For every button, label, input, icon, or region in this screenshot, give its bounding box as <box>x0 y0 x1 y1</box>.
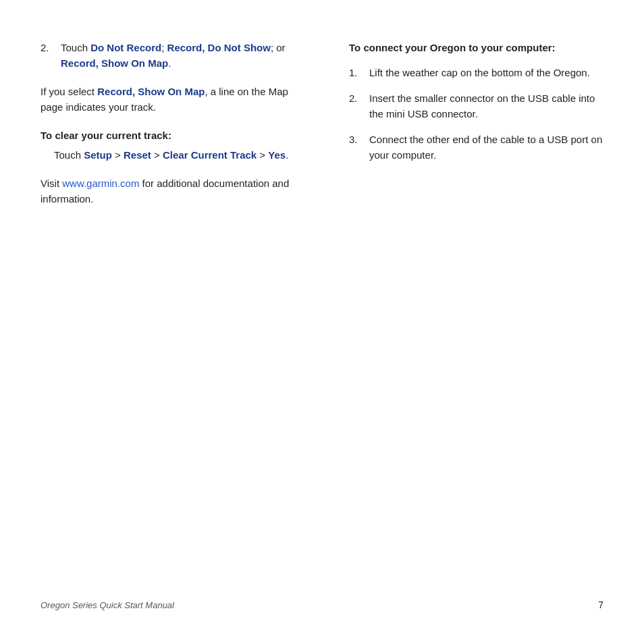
right-list-text-1: Lift the weather cap on the bottom of th… <box>369 65 590 81</box>
paragraph-2: Visit www.garmin.com for additional docu… <box>41 176 295 207</box>
para2-pre: Visit <box>41 178 62 189</box>
right-list-number-1: 1. <box>349 65 363 81</box>
link-record-show-on-map: Record, Show On Map <box>61 57 168 69</box>
para1-link: Record, Show On Map <box>97 86 205 97</box>
section-heading-clear-track: To clear your current track: <box>41 128 295 144</box>
indented-link-yes: Yes <box>268 149 286 161</box>
garmin-link[interactable]: www.garmin.com <box>62 178 139 189</box>
right-list-item-3: 3. Connect the other end of the cable to… <box>349 132 603 163</box>
right-heading: To connect your Oregon to your computer: <box>349 41 603 56</box>
right-list-item-1: 1. Lift the weather cap on the bottom of… <box>349 65 603 81</box>
sep1: ; <box>161 42 167 53</box>
sep2: ; or <box>271 42 286 53</box>
indented-post: . <box>286 149 288 161</box>
indented-sep3: > <box>257 149 268 161</box>
list-text-2: Touch Do Not Record; Record, Do Not Show… <box>61 41 295 71</box>
footer-manual-title: Oregon Series Quick Start Manual <box>41 600 174 610</box>
right-list-number-3: 3. <box>349 132 363 163</box>
list-number-2: 2. <box>41 41 54 71</box>
paragraph-1: If you select Record, Show On Map, a lin… <box>41 84 295 115</box>
link-record-do-not-show: Record, Do Not Show <box>167 42 271 53</box>
indented-pre: Touch <box>54 149 84 161</box>
indented-link-reset: Reset <box>124 149 151 161</box>
page: 2. Touch Do Not Record; Record, Do Not S… <box>0 0 644 644</box>
list-item-2: 2. Touch Do Not Record; Record, Do Not S… <box>41 41 295 71</box>
indented-link-clear-current-track: Clear Current Track <box>163 149 257 161</box>
left-column: 2. Touch Do Not Record; Record, Do Not S… <box>41 41 308 586</box>
right-list-number-2: 2. <box>349 91 363 122</box>
link-do-not-record: Do Not Record <box>90 42 161 53</box>
right-list-text-3: Connect the other end of the cable to a … <box>369 132 603 163</box>
content-area: 2. Touch Do Not Record; Record, Do Not S… <box>41 41 603 586</box>
indented-instruction: Touch Setup > Reset > Clear Current Trac… <box>54 148 295 163</box>
text-post: . <box>168 57 171 69</box>
right-list-text-2: Insert the smaller connector on the USB … <box>369 91 603 122</box>
footer-page-number: 7 <box>598 599 603 610</box>
right-column: To connect your Oregon to your computer:… <box>336 41 603 586</box>
indented-sep1: > <box>112 149 124 161</box>
indented-sep2: > <box>151 149 163 161</box>
para1-pre: If you select <box>41 86 97 97</box>
footer: Oregon Series Quick Start Manual 7 <box>41 586 603 610</box>
right-list-item-2: 2. Insert the smaller connector on the U… <box>349 91 603 122</box>
indented-link-setup: Setup <box>84 149 112 161</box>
